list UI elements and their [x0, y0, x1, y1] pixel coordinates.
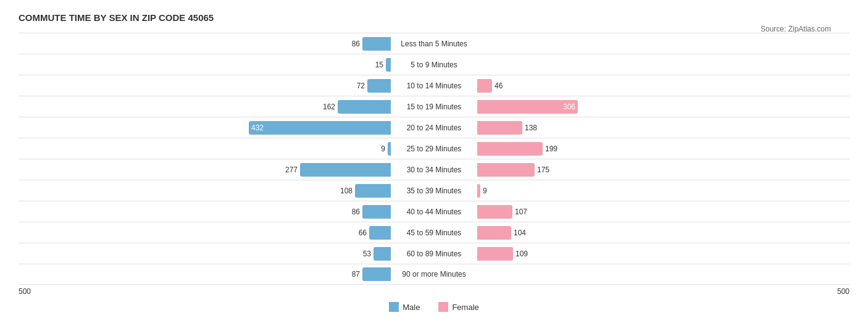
chart-row: 72 10 to 14 Minutes 46: [19, 75, 849, 96]
legend-male: Male: [389, 302, 420, 312]
female-bar: [477, 184, 480, 198]
female-value-inside: 306: [561, 103, 578, 111]
chart-row: 432 20 to 24 Minutes 138: [19, 117, 849, 138]
male-value: 87: [341, 270, 360, 279]
male-value: 15: [365, 61, 383, 69]
category-label: 25 to 29 Minutes: [391, 145, 477, 153]
male-value: 162: [317, 103, 335, 111]
chart-row: 9 25 to 29 Minutes 199: [19, 138, 849, 159]
right-section: 306: [477, 96, 849, 117]
male-bar: [369, 226, 391, 240]
chart-row: 87 90 or more Minutes: [19, 264, 849, 285]
right-section: 138: [477, 117, 849, 138]
male-bar: [355, 184, 391, 198]
legend-female: Female: [438, 302, 478, 312]
left-section: 86: [19, 201, 391, 222]
left-section: 108: [19, 180, 391, 201]
chart-row: 66 45 to 59 Minutes 104: [19, 222, 849, 243]
source-label: Source: ZipAtlas.com: [761, 25, 831, 33]
male-value-inside: 432: [249, 124, 266, 132]
male-value: 86: [341, 208, 360, 216]
left-section: 432: [19, 117, 391, 138]
male-value: 66: [348, 229, 367, 237]
chart-row: 277 30 to 34 Minutes 175: [19, 159, 849, 180]
left-section: 277: [19, 159, 391, 180]
female-value: 175: [537, 166, 556, 174]
male-bar: [367, 79, 391, 93]
chart-row: 86 Less than 5 Minutes: [19, 33, 849, 54]
category-label: 15 to 19 Minutes: [391, 103, 477, 111]
category-label: 35 to 39 Minutes: [391, 187, 477, 195]
female-label: Female: [452, 303, 478, 312]
female-value: 104: [514, 229, 532, 237]
chart-row: 86 40 to 44 Minutes 107: [19, 201, 849, 222]
female-bar: [477, 163, 535, 177]
chart-row: 162 15 to 19 Minutes 306: [19, 96, 849, 117]
axis-labels: 500 500: [19, 287, 849, 296]
chart-row: 15 5 to 9 Minutes: [19, 54, 849, 75]
female-bar: [477, 205, 512, 219]
male-swatch: [389, 302, 399, 312]
male-bar: [362, 37, 391, 51]
axis-left: 500: [19, 287, 31, 296]
right-section: 109: [477, 243, 849, 264]
category-label: 30 to 34 Minutes: [391, 166, 477, 174]
category-label: 20 to 24 Minutes: [391, 124, 477, 132]
category-label: 60 to 89 Minutes: [391, 250, 477, 258]
female-value: 9: [483, 187, 501, 195]
left-section: 66: [19, 222, 391, 243]
right-section: 175: [477, 159, 849, 180]
category-label: 10 to 14 Minutes: [391, 82, 477, 90]
male-value: 108: [334, 187, 353, 195]
left-section: 87: [19, 264, 391, 284]
female-swatch: [438, 302, 448, 312]
left-section: 9: [19, 138, 391, 159]
male-label: Male: [403, 303, 420, 312]
female-value: 138: [525, 124, 543, 132]
right-section: [477, 264, 849, 284]
female-bar: [477, 79, 492, 93]
male-bar: [338, 100, 391, 114]
axis-right: 500: [837, 287, 849, 296]
chart-row: 108 35 to 39 Minutes 9: [19, 180, 849, 201]
right-section: 107: [477, 201, 849, 222]
female-value: 107: [515, 208, 533, 216]
male-bar: [300, 163, 391, 177]
category-label: 90 or more Minutes: [391, 270, 477, 279]
female-value: 46: [495, 82, 513, 90]
category-label: 5 to 9 Minutes: [391, 61, 477, 69]
male-value: 86: [341, 40, 360, 48]
left-section: 86: [19, 33, 391, 54]
category-label: 40 to 44 Minutes: [391, 208, 477, 216]
legend: Male Female: [19, 302, 849, 312]
female-value: 109: [515, 250, 534, 258]
chart-title: COMMUTE TIME BY SEX IN ZIP CODE 45065: [19, 12, 849, 23]
female-bar: [477, 247, 513, 261]
right-section: 9: [477, 180, 849, 201]
female-bar: 306: [477, 100, 578, 114]
left-section: 72: [19, 75, 391, 96]
male-value: 9: [367, 145, 385, 153]
right-section: 46: [477, 75, 849, 96]
category-label: 45 to 59 Minutes: [391, 229, 477, 237]
female-bar: [477, 121, 522, 135]
male-value: 72: [346, 82, 365, 90]
right-section: 104: [477, 222, 849, 243]
male-bar: [373, 247, 391, 261]
male-bar: [362, 205, 391, 219]
female-bar: [477, 142, 543, 156]
right-section: [477, 33, 849, 54]
chart-area: 86 Less than 5 Minutes 15 5 to 9 Minutes: [19, 33, 849, 285]
female-value: 199: [545, 145, 564, 153]
category-label: Less than 5 Minutes: [391, 40, 477, 48]
left-section: 162: [19, 96, 391, 117]
left-section: 15: [19, 54, 391, 75]
right-section: 199: [477, 138, 849, 159]
chart-row: 53 60 to 89 Minutes 109: [19, 243, 849, 264]
male-value: 277: [279, 166, 298, 174]
female-bar: [477, 226, 511, 240]
male-value: 53: [353, 250, 371, 258]
male-bar: [362, 267, 391, 281]
male-bar: 432: [249, 121, 391, 135]
right-section: [477, 54, 849, 75]
